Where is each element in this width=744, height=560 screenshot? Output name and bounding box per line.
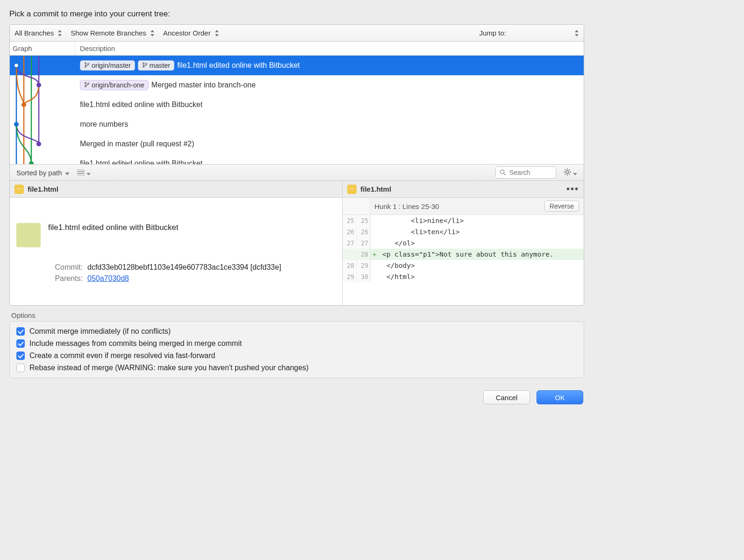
commit-row[interactable]: origin/mastermasterfile1.html edited onl… xyxy=(10,56,584,75)
svg-line-27 xyxy=(569,173,570,174)
stepper-icon xyxy=(574,30,579,36)
more-menu[interactable]: ••• xyxy=(566,184,579,194)
svg-point-10 xyxy=(85,63,86,64)
parent-hash-link[interactable]: 050a7030d8 xyxy=(87,274,129,282)
ok-button[interactable]: OK xyxy=(537,390,583,404)
chevron-down-icon xyxy=(65,169,70,177)
diff-code: </html> xyxy=(378,271,584,282)
parents-label: Parents: xyxy=(48,274,83,283)
commit-row[interactable]: file1.html edited online with Bitbucket xyxy=(10,95,584,115)
col-graph-header[interactable]: Graph xyxy=(10,42,75,55)
dialog-footer: Cancel OK xyxy=(9,390,584,404)
filter-bar: All Branches Show Remote Branches Ancest… xyxy=(10,25,584,42)
diff-sign xyxy=(371,226,378,237)
order-filter[interactable]: Ancestor Order xyxy=(163,29,219,37)
reverse-button[interactable]: Reverse xyxy=(544,201,579,212)
file-icon: ⋯ xyxy=(14,185,24,194)
svg-point-11 xyxy=(85,66,86,67)
commit-message: file1.html edited online with Bitbucket xyxy=(48,223,336,232)
stepper-icon xyxy=(150,30,155,36)
branches-filter[interactable]: All Branches xyxy=(14,29,62,37)
sort-label: Sorted by path xyxy=(16,169,62,177)
line-number-new: 25 xyxy=(357,215,371,226)
order-label: Ancestor Order xyxy=(163,29,211,37)
diff-code: </body> xyxy=(378,260,584,271)
stepper-icon xyxy=(215,30,219,36)
checkbox[interactable] xyxy=(16,352,25,360)
commit-row[interactable]: more numbers xyxy=(10,115,584,134)
file-name-left: file1.html xyxy=(28,185,58,193)
search-input[interactable] xyxy=(508,168,546,177)
svg-point-21 xyxy=(566,171,569,173)
diff-code: <li>ten</li> xyxy=(378,226,584,237)
commit-row[interactable]: Merged in master (pull request #2) xyxy=(10,134,584,154)
sort-dropdown[interactable]: Sorted by path xyxy=(16,169,70,177)
diff-sign: + xyxy=(371,249,378,260)
diff-line: 2525 <li>nine</li> xyxy=(343,215,584,226)
svg-point-18 xyxy=(88,83,89,84)
branch-icon xyxy=(142,62,148,69)
commit-row[interactable]: file1.html edited online with Bitbucket xyxy=(10,154,584,164)
checkbox[interactable] xyxy=(16,327,25,336)
checkbox[interactable] xyxy=(16,339,25,348)
line-number-old: 29 xyxy=(343,271,357,282)
option-row: Include messages from commits being merg… xyxy=(16,339,577,348)
gear-icon xyxy=(564,168,571,177)
file-header-right[interactable]: ⋯ file1.html xyxy=(347,185,391,194)
commit-row-message: file1.html edited online with Bitbucket xyxy=(80,159,202,164)
jump-to-label: Jump to: xyxy=(479,29,506,37)
options-box: Commit merge immediately (if no conflict… xyxy=(9,321,584,378)
chevron-down-icon xyxy=(86,169,91,177)
option-row: Rebase instead of merge (WARNING: make s… xyxy=(16,364,577,372)
diff-line: 28+ <p class="p1">Not sure about this an… xyxy=(343,249,584,260)
option-label: Create a commit even if merge resolved v… xyxy=(29,352,215,360)
diff-code: <li>nine</li> xyxy=(378,215,584,226)
settings-button[interactable] xyxy=(564,168,577,177)
detail-split: file1.html edited online with Bitbucket … xyxy=(10,198,584,305)
diff-pane: Hunk 1 : Lines 25-30 Reverse 2525 <li>ni… xyxy=(343,198,584,305)
cancel-button[interactable]: Cancel xyxy=(483,390,530,404)
svg-point-13 xyxy=(143,63,144,64)
option-label: Include messages from commits being merg… xyxy=(29,339,242,348)
list-icon xyxy=(77,169,85,177)
diff-sign xyxy=(371,260,378,271)
file-header-left[interactable]: ⋯ file1.html xyxy=(10,181,343,197)
checkbox[interactable] xyxy=(16,364,25,372)
col-desc-header[interactable]: Description xyxy=(75,44,115,52)
file-icon: ⋯ xyxy=(347,185,357,194)
jump-to[interactable]: Jump to: xyxy=(479,29,579,37)
diff-line: 2626 <li>ten</li> xyxy=(343,226,584,237)
option-label: Commit merge immediately (if no conflict… xyxy=(29,327,171,336)
list-view-toggle[interactable] xyxy=(77,169,91,177)
branch-icon xyxy=(84,62,90,69)
svg-point-17 xyxy=(85,86,86,87)
column-headers: Graph Description xyxy=(10,42,584,56)
svg-line-28 xyxy=(565,173,565,174)
option-label: Rebase instead of merge (WARNING: make s… xyxy=(29,364,308,372)
hunk-header: Hunk 1 : Lines 25-30 Reverse xyxy=(343,198,584,215)
remote-branches-filter[interactable]: Show Remote Branches xyxy=(71,29,155,37)
branch-tag: origin/master xyxy=(80,60,135,71)
line-number-old: 27 xyxy=(343,237,357,249)
dialog-heading: Pick a commit to merge into your current… xyxy=(9,9,584,19)
diff-sign xyxy=(371,271,378,282)
diff-sign xyxy=(371,215,378,226)
commit-label: Commit: xyxy=(48,263,83,272)
line-number-old: 25 xyxy=(343,215,357,226)
diff-code: <p class="p1">Not sure about this anymor… xyxy=(378,249,584,260)
line-number-old: 26 xyxy=(343,226,357,237)
branch-icon xyxy=(84,81,90,89)
mid-toolbar: Sorted by path xyxy=(10,164,584,181)
svg-line-26 xyxy=(565,169,565,170)
svg-point-15 xyxy=(145,63,147,65)
file-header: ⋯ file1.html ⋯ file1.html ••• xyxy=(10,181,584,198)
hunk-title: Hunk 1 : Lines 25-30 xyxy=(374,202,544,210)
search-icon xyxy=(500,169,506,177)
line-number-new: 27 xyxy=(357,237,371,249)
commit-hash: dcfd33eb0128bebf1103e149e607783ac1ce3394… xyxy=(87,263,281,272)
stepper-icon xyxy=(57,30,62,36)
search-box[interactable] xyxy=(495,166,556,179)
svg-point-14 xyxy=(143,66,144,67)
commit-row-message: Merged master into branch-one xyxy=(151,81,256,89)
commit-row[interactable]: origin/branch-oneMerged master into bran… xyxy=(10,75,584,95)
